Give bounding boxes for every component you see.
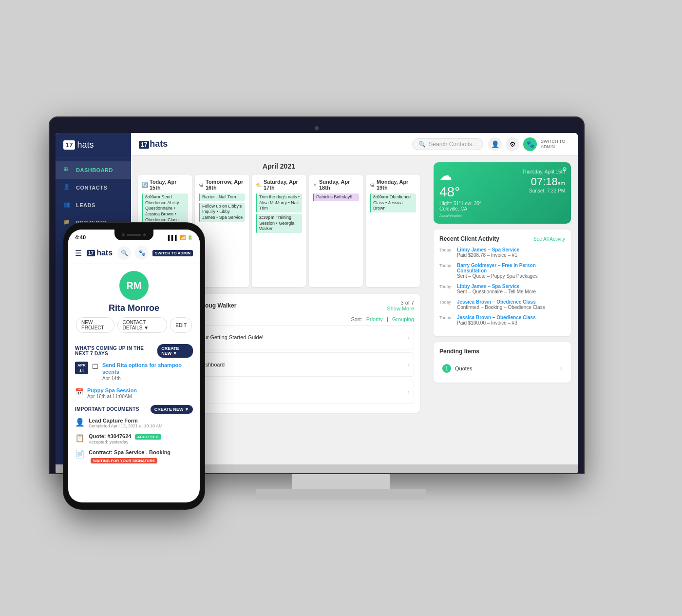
cal-event[interactable]: 2:30pm Training Session • Georgia Walker bbox=[256, 214, 302, 233]
task-date-box-1: APR 14 bbox=[75, 362, 88, 374]
activity-client-4[interactable]: Jessica Brown – Obedience Class bbox=[457, 299, 545, 305]
docs-section-header: IMPORTANT DOCUMENTS CREATE NEW ▼ bbox=[75, 405, 193, 414]
contact-details-button[interactable]: CONTACT DETAILS ▼ bbox=[117, 317, 168, 333]
phone-outer: 4:40 ▌▌▌ 📶 🔋 ☰ 17 hats bbox=[63, 223, 205, 509]
weather-sunset: Sunset: 7:33 PM bbox=[522, 188, 565, 193]
cal-day-sunday: ☀Sunday, Apr 18th Patrick's Birthday!!! bbox=[309, 175, 363, 287]
phone-paw-button[interactable]: 🐾 bbox=[135, 246, 149, 260]
gs-count: 3 of 7 Show More bbox=[387, 300, 414, 311]
task-sub-2: Apr 16th at 11:00AM bbox=[87, 394, 137, 399]
notifications-icon[interactable]: 👤 bbox=[488, 137, 502, 151]
doc-title-1: Lead Capture Form bbox=[89, 418, 163, 424]
weather-settings-icon[interactable]: ⚙ bbox=[562, 166, 567, 173]
create-new-button[interactable]: CREATE NEW ▼ bbox=[157, 344, 193, 358]
phone-search-button[interactable]: 🔍 bbox=[117, 246, 131, 260]
doc-person-icon: 👤 bbox=[75, 418, 85, 427]
pending-title: Pending Items bbox=[439, 348, 565, 355]
phone-doc-2[interactable]: 📋 Quote: #3047624 ACCEPTED Accepted: yes… bbox=[75, 433, 193, 444]
task-checkbox-icon: ☐ bbox=[92, 363, 98, 370]
topbar-logo: 17hats bbox=[139, 139, 168, 149]
upcoming-title: WHAT'S COMING UP IN THE NEXT 7 DAYS bbox=[75, 346, 157, 356]
phone-task-2: 📅 Puppy Spa Session Apr 16th at 11:00AM bbox=[75, 387, 193, 399]
cal-day-monday: 🌤Monday, Apr 19th 8:00am Obedience Class… bbox=[366, 175, 420, 287]
activity-item-1: Today Libby James – Spa Service Paid $20… bbox=[439, 247, 565, 258]
phone-menu-icon[interactable]: ☰ bbox=[75, 249, 82, 258]
cal-event-birthday[interactable]: Patrick's Birthday!!! bbox=[313, 193, 359, 201]
dashboard-icon: ⊞ bbox=[63, 166, 71, 174]
phone-contact-profile: RM Rita Monroe NEW PROJECT CONTACT DETAI… bbox=[68, 264, 200, 337]
activity-item-5: Today Jessica Brown – Obedience Class Pa… bbox=[439, 315, 565, 326]
sidebar-item-dashboard[interactable]: ⊞ DASHBOARD bbox=[56, 161, 131, 179]
search-icon: 🔍 bbox=[418, 141, 426, 148]
phone-user-badge[interactable]: SWITCH TO ADMIN bbox=[152, 250, 193, 256]
activity-client-3[interactable]: Libby James – Spa Service bbox=[457, 284, 536, 289]
cal-event[interactable]: Baxter - Nail Trim bbox=[199, 193, 245, 201]
sort-grouping[interactable]: Grouping bbox=[392, 316, 414, 322]
calendar-header: April 2021 bbox=[138, 162, 420, 170]
activity-item-4: Today Jessica Brown – Obedience Class Co… bbox=[439, 299, 565, 310]
topbar: 17hats 🔍 Search Contacts... 👤 ⚙ 🐾 bbox=[131, 133, 578, 155]
weather-widget: ☁ 48° Hight: 51° Low: 30° Coleville, CA … bbox=[434, 162, 571, 224]
phone-doc-1[interactable]: 👤 Lead Capture Form Completed April 12, … bbox=[75, 418, 193, 428]
pending-badge-quotes: 1 bbox=[442, 364, 451, 373]
phone-header-icons: 🔍 🐾 SWITCH TO ADMIN bbox=[117, 246, 193, 260]
task-sub-1: Apr 14th bbox=[102, 376, 193, 381]
upcoming-section-header: WHAT'S COMING UP IN THE NEXT 7 DAYS CREA… bbox=[75, 344, 193, 358]
cal-event[interactable]: 8:00am Send Obedience Ability Questionna… bbox=[142, 193, 188, 224]
right-panel: ☁ 48° Hight: 51° Low: 30° Coleville, CA … bbox=[427, 155, 578, 464]
cal-event[interactable]: Trim the dog's nails • Alisa McMurry • N… bbox=[256, 193, 302, 212]
logo-text: hats bbox=[77, 140, 94, 150]
doc-title-2: Quote: #3047624 ACCEPTED bbox=[89, 433, 161, 440]
gs-arrow-icon-2: › bbox=[407, 361, 410, 368]
cal-day-header-saturday: ⛅Saturday, Apr 17th bbox=[256, 179, 302, 191]
activity-client-1[interactable]: Libby James – Spa Service bbox=[457, 247, 519, 252]
sidebar-logo: 17 hats bbox=[56, 133, 131, 157]
activity-header: Recent Client Activity See All Activity bbox=[439, 235, 565, 242]
edit-button[interactable]: EDIT bbox=[170, 317, 192, 333]
pending-item-quotes[interactable]: 1 Quotes › bbox=[439, 360, 565, 377]
doc-sub-1: Completed April 12, 2021 at 10:10 AM bbox=[89, 424, 163, 428]
new-project-button[interactable]: NEW PROJECT bbox=[76, 317, 114, 333]
activity-client-2[interactable]: Barry Goldmeyer – Free In Person Consult… bbox=[457, 263, 565, 273]
weather-time: 07:18am bbox=[522, 175, 565, 188]
phone-task-1: APR 14 ☐ Send Rita options for shampoo s… bbox=[75, 362, 193, 381]
doc-list-icon: 📋 bbox=[75, 433, 85, 443]
weather-date: Thursday, April 15th bbox=[522, 169, 565, 174]
cal-day-header-monday: 🌤Monday, Apr 19th bbox=[370, 179, 416, 191]
doc-title-3: Contract: Spa Service - Booking bbox=[89, 449, 170, 455]
profile-name: Rita Monroe bbox=[109, 303, 159, 313]
gs-arrow-icon: › bbox=[407, 333, 410, 341]
docs-create-new-button[interactable]: CREATE NEW ▼ bbox=[151, 405, 193, 414]
doc-badge-waiting: WAITING FOR YOUR SIGNATURE bbox=[91, 458, 157, 463]
task-title-2[interactable]: Puppy Spa Session bbox=[87, 387, 137, 394]
activity-client-5[interactable]: Jessica Brown – Obedience Class bbox=[457, 315, 536, 320]
pending-section: Pending Items 1 Quotes › bbox=[434, 342, 571, 383]
user-menu-icon[interactable]: 🐾 bbox=[523, 137, 537, 151]
pending-arrow-icon: › bbox=[560, 365, 562, 372]
phone-doc-3[interactable]: 📄 Contract: Spa Service - Booking WAITIN… bbox=[75, 449, 193, 464]
weather-temp: 48° bbox=[439, 184, 481, 200]
cal-event[interactable]: Follow up on Libby's Inquiry • Libby Jam… bbox=[199, 203, 245, 222]
sidebar-item-leads[interactable]: 👥 LEADS bbox=[56, 196, 131, 214]
topbar-icons: 👤 ⚙ 🐾 SWITCH TO ADMIN bbox=[488, 137, 570, 151]
phone-app-header: ☰ 17 hats 🔍 🐾 SWITCH TO ADMIN bbox=[68, 243, 200, 264]
phone-logo: 17 hats bbox=[87, 249, 113, 257]
activity-item-2: Today Barry Goldmeyer – Free In Person C… bbox=[439, 263, 565, 279]
profile-actions: NEW PROJECT CONTACT DETAILS ▼ EDIT bbox=[76, 317, 192, 333]
logo-box: 17 bbox=[63, 140, 75, 150]
sidebar-item-contacts[interactable]: 👤 CONTACTS bbox=[56, 179, 131, 196]
phone-content: WHAT'S COMING UP IN THE NEXT 7 DAYS CREA… bbox=[68, 337, 200, 502]
user-location: SWITCH TO ADMIN bbox=[541, 139, 570, 150]
see-all-activity-link[interactable]: See All Activity bbox=[533, 236, 565, 242]
leads-icon: 👥 bbox=[63, 201, 71, 209]
doc-sub-2: Accepted: yesterday bbox=[89, 440, 161, 444]
task-title-1[interactable]: Send Rita options for shampoo scents bbox=[102, 362, 193, 376]
phone-notch bbox=[114, 230, 153, 240]
doc-badge-accepted: ACCEPTED bbox=[135, 434, 161, 440]
search-bar[interactable]: 🔍 Search Contacts... bbox=[412, 138, 483, 150]
cal-day-saturday: ⛅Saturday, Apr 17th Trim the dog's nails… bbox=[252, 175, 306, 287]
cal-event[interactable]: 8:00am Obedience Class • Jessica Brown bbox=[370, 193, 416, 212]
settings-icon[interactable]: ⚙ bbox=[506, 137, 519, 151]
cal-day-header-tomorrow: 🌤Tomorrow, Apr 16th bbox=[199, 179, 245, 191]
sort-priority[interactable]: Priority bbox=[366, 316, 383, 322]
